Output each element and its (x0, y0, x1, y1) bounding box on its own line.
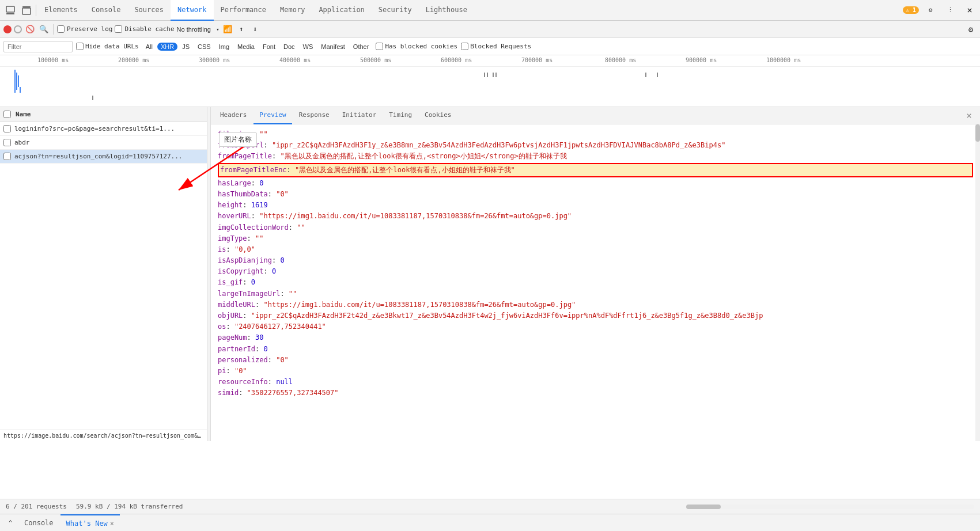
network-settings-icon[interactable]: ⚙ (965, 24, 977, 35)
hide-data-urls-label[interactable]: Hide data URLs (76, 43, 139, 50)
horizontal-scrollbar-track[interactable] (686, 505, 974, 509)
detail-scrollbar-thumb[interactable] (975, 124, 980, 142)
upload-icon[interactable]: ⬆ (236, 24, 247, 35)
clear-button[interactable]: 🚫 (24, 24, 36, 35)
download-icon[interactable]: ⬇ (249, 24, 261, 35)
bottom-tab-whats-new[interactable]: What's New × (60, 514, 120, 532)
bottom-tab-whats-new-close[interactable]: × (110, 519, 114, 528)
tick-100k: 100000 ms (37, 57, 69, 63)
bottom-tab-console[interactable]: Console (18, 514, 59, 532)
request-checkbox-2[interactable] (3, 139, 11, 146)
timeline-mark-4 (20, 87, 21, 93)
tab-performance[interactable]: Performance (214, 0, 273, 21)
filter-ws[interactable]: WS (300, 43, 317, 51)
status-bar: 6 / 201 requests 59.9 kB / 194 kB transf… (0, 499, 980, 514)
stop-button[interactable] (14, 25, 22, 33)
request-checkbox-3[interactable] (3, 153, 11, 160)
select-all-checkbox[interactable] (3, 111, 11, 118)
devtools-tab-bar: Elements Console Sources Network Perform… (0, 0, 980, 21)
filter-manifest[interactable]: Manifest (317, 43, 349, 51)
filter-media[interactable]: Media (234, 43, 258, 51)
timeline-content[interactable] (0, 67, 980, 107)
tab-application[interactable]: Application (312, 0, 371, 21)
detail-tab-cookies[interactable]: Cookies (419, 107, 457, 124)
requests-count: 6 / 201 requests (6, 503, 67, 510)
detail-content[interactable]: filesize: "" fromJumpUrl: "ippr_z2C$qAzd… (211, 124, 980, 441)
dock-icon[interactable] (2, 0, 18, 21)
filter-input[interactable] (3, 41, 73, 52)
name-column-header: Name (16, 111, 31, 118)
timeline-mark-11 (657, 73, 658, 77)
json-objURL: objURL: "ippr_z2C$qAzdH3FAzdH3F2t42d_z&e… (218, 310, 973, 321)
filter-font[interactable]: Font (259, 43, 279, 51)
request-item-3[interactable]: acjson?tn=resultjson_com&logid=110975712… (0, 150, 207, 164)
filter-all[interactable]: All (142, 43, 156, 51)
request-item-2[interactable]: abdr (0, 136, 207, 150)
tabs-right-actions: ⚠ 1 ⚙ ⋮ × (903, 0, 978, 21)
timeline-mark-2 (16, 73, 17, 90)
main-content: Name logininfo?src=pc&page=searchresult&… (0, 107, 980, 441)
blocked-requests-checkbox[interactable] (461, 43, 468, 50)
tab-lighthouse[interactable]: Lighthouse (419, 0, 474, 21)
request-item-1[interactable]: logininfo?src=pc&page=searchresult&ti=1.… (0, 122, 207, 136)
blocked-requests-label[interactable]: Blocked Requests (461, 43, 531, 50)
toolbar-divider-1 (53, 24, 54, 35)
tick-200k: 200000 ms (118, 57, 149, 63)
request-list: Name logininfo?src=pc&page=searchresult&… (0, 107, 207, 441)
preserve-log-label[interactable]: Preserve log (57, 25, 112, 33)
filter-css[interactable]: CSS (194, 43, 214, 51)
timeline-header: 100000 ms 200000 ms 300000 ms 400000 ms … (0, 55, 980, 67)
disable-cache-label[interactable]: Disable cache (115, 25, 174, 33)
tab-network[interactable]: Network (171, 0, 214, 21)
console-expand-icon[interactable]: ⌃ (3, 514, 17, 532)
json-height: height: 1619 (218, 200, 973, 211)
tab-sources[interactable]: Sources (127, 0, 171, 21)
detail-tab-timing[interactable]: Timing (383, 107, 418, 124)
throttle-select[interactable]: No throttling (177, 26, 220, 33)
disable-cache-checkbox[interactable] (115, 25, 122, 33)
tab-console[interactable]: Console (85, 0, 128, 21)
filter-other[interactable]: Other (350, 43, 373, 51)
detail-close-button[interactable]: × (962, 110, 977, 121)
preserve-log-checkbox[interactable] (57, 25, 65, 33)
timeline-mark-5 (92, 96, 93, 100)
search-button[interactable]: 🔍 (38, 24, 50, 35)
timeline-mark-6 (484, 73, 485, 77)
tick-400k: 400000 ms (279, 57, 311, 63)
record-button[interactable] (3, 25, 12, 33)
tab-elements[interactable]: Elements (37, 0, 85, 21)
svg-rect-0 (6, 6, 14, 12)
detail-tab-response[interactable]: Response (293, 107, 335, 124)
horizontal-scrollbar-thumb[interactable] (686, 505, 721, 509)
close-devtools-icon[interactable]: × (962, 0, 978, 21)
has-blocked-cookies-label[interactable]: Has blocked cookies (376, 43, 457, 50)
transferred-size: 59.9 kB / 194 kB transferred (76, 503, 183, 510)
timeline-mark-8 (493, 73, 494, 77)
request-checkbox-1[interactable] (3, 125, 11, 132)
detail-tab-headers[interactable]: Headers (214, 107, 252, 124)
tick-1000k: 1000000 ms (766, 57, 801, 63)
detail-tab-preview[interactable]: Preview (253, 107, 292, 124)
undock-icon[interactable] (18, 0, 35, 21)
filter-img[interactable]: Img (215, 43, 233, 51)
throttle-wrapper[interactable]: No throttling (177, 26, 220, 33)
filter-xhr[interactable]: XHR (157, 43, 177, 51)
detail-tab-initiator[interactable]: Initiator (336, 107, 383, 124)
has-blocked-cookies-checkbox[interactable] (376, 43, 383, 50)
settings-icon[interactable]: ⚙ (922, 0, 939, 21)
network-toolbar: 🚫 🔍 Preserve log Disable cache No thrott… (0, 21, 980, 38)
detail-scrollbar-track[interactable] (975, 124, 980, 441)
hide-data-urls-checkbox[interactable] (76, 43, 84, 50)
detail-tabs: Headers Preview Response Initiator Timin… (211, 107, 980, 124)
filter-doc[interactable]: Doc (280, 43, 298, 51)
tab-memory[interactable]: Memory (273, 0, 312, 21)
json-os: os: "2407646127,752340441" (218, 321, 973, 332)
wifi-icon[interactable]: 📶 (222, 24, 233, 35)
request-list-header: Name (0, 107, 207, 122)
tab-security[interactable]: Security (372, 0, 419, 21)
filter-js[interactable]: JS (179, 43, 193, 51)
blocked-requests-text: Blocked Requests (470, 43, 531, 50)
bottom-tab-console-label: Console (24, 519, 54, 527)
warning-badge[interactable]: ⚠ 1 (903, 6, 919, 14)
more-options-icon[interactable]: ⋮ (942, 0, 958, 21)
